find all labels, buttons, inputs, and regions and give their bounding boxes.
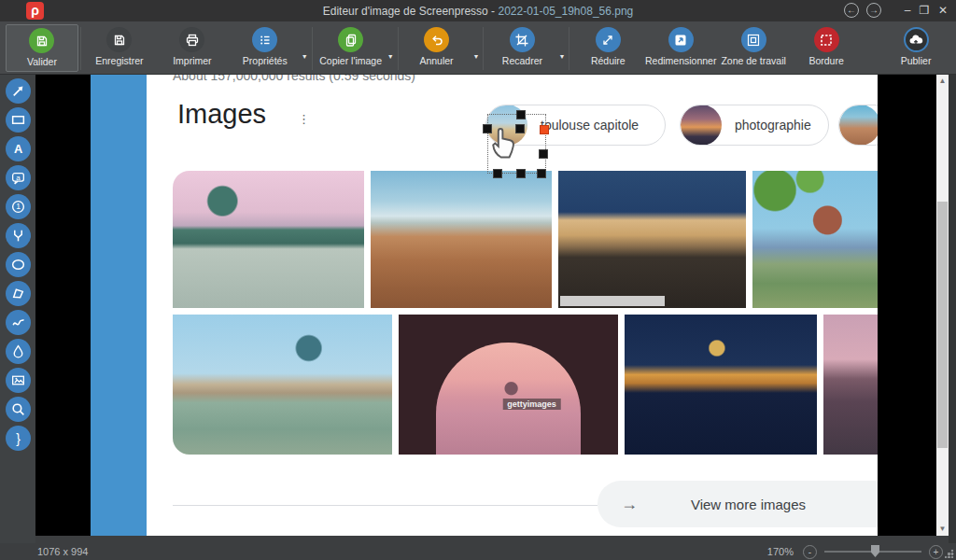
publish-button[interactable]: Publier [879, 24, 952, 66]
drawing-tools-sidebar: A a 1 [0, 75, 35, 543]
border-icon [814, 27, 839, 52]
title-separator: - [488, 5, 499, 18]
validate-button[interactable]: Valider [6, 24, 78, 72]
chip-thumbnail [839, 105, 878, 146]
toolbar-label: Publier [901, 55, 932, 66]
status-bar: 1076 x 994 170% - + [0, 543, 956, 560]
scrollbar-thumb[interactable] [937, 202, 948, 448]
crop-dropdown-icon[interactable]: ▼ [558, 53, 565, 60]
ellipse-tool-icon[interactable] [6, 252, 31, 277]
kebab-menu-icon: ⋮ [298, 112, 310, 126]
toolbar-label: Redimensionner [645, 55, 716, 66]
selection-handle-bottom-right[interactable] [537, 169, 546, 178]
toolbar-label: Propriétés [243, 55, 288, 66]
toolbar-separator [483, 27, 484, 70]
zoom-slider[interactable] [824, 551, 921, 553]
svg-text:a: a [16, 174, 21, 182]
image-tool-icon[interactable] [6, 368, 31, 393]
rectangle-tool-icon[interactable] [6, 107, 31, 133]
selection-handle-right[interactable] [539, 149, 548, 159]
properties-dropdown-icon[interactable]: ▼ [302, 53, 308, 60]
main-toolbar: Valider Enregistrer Imprimer Propriétés … [0, 21, 956, 75]
border-button[interactable]: Bordure [790, 24, 863, 66]
right-arrow-icon: → [621, 495, 638, 514]
shrink-button[interactable]: Réduire [571, 24, 644, 66]
undo-button[interactable]: Annuler [401, 24, 473, 66]
printer-icon [179, 27, 204, 52]
edited-image-black-area-left [35, 75, 91, 536]
view-more-label: View more images [638, 497, 859, 512]
print-button[interactable]: Imprimer [156, 24, 229, 66]
selection-handle-top[interactable] [516, 110, 526, 119]
photo-dusk-dome-partial [823, 315, 878, 455]
photo-caption-box [560, 296, 665, 306]
speech-bubble-tool-icon[interactable]: a [6, 165, 31, 190]
blur-tool-icon[interactable] [6, 339, 31, 364]
photo-pink-bridge-reflection [173, 171, 364, 308]
photo-capitole-night [558, 171, 746, 308]
zoom-out-button[interactable]: - [803, 545, 817, 559]
magnifier-tool-icon[interactable] [6, 397, 31, 422]
window-title: Editeur d'image de Screenpresso - 2022-0… [0, 5, 956, 18]
copy-image-button[interactable]: Copier l'image [315, 24, 387, 66]
title-bar: ρ Editeur d'image de Screenpresso - 2022… [0, 0, 956, 21]
file-name: 2022-01-05_19h08_56.png [498, 5, 633, 18]
copy-image-icon [338, 27, 363, 52]
selection-handle-bottom-left[interactable] [493, 169, 502, 178]
chip-label: photographie [735, 118, 811, 133]
scroll-up-icon[interactable]: ▲ [936, 75, 949, 88]
previous-capture-icon[interactable]: ← [844, 3, 859, 18]
properties-button[interactable]: Propriétés [229, 24, 302, 66]
resize-button[interactable]: Redimensionner [644, 24, 717, 66]
zoom-slider-thumb[interactable] [871, 545, 879, 557]
vertical-scrollbar[interactable]: ▲ ▼ [936, 75, 949, 536]
results-count-text: About 157,000,000 results (0.59 seconds) [173, 75, 415, 83]
next-capture-icon[interactable]: → [866, 3, 881, 18]
svg-text:}: } [16, 431, 21, 446]
undo-dropdown-icon[interactable]: ▼ [473, 53, 480, 60]
minimize-button[interactable]: – [900, 3, 915, 18]
save-as-icon [106, 27, 132, 52]
freehand-tool-icon[interactable] [6, 310, 31, 335]
toolbar-separator [80, 27, 81, 70]
edited-image-blue-strip [91, 75, 147, 536]
photo-day-bridge-dome [173, 315, 392, 455]
scroll-down-icon[interactable]: ▼ [936, 523, 949, 536]
images-heading: Images [177, 99, 266, 130]
screenpresso-logo-icon: ρ [26, 2, 44, 20]
related-chip-partial [838, 105, 878, 146]
text-tool-icon[interactable]: A [6, 136, 31, 161]
zoom-in-button[interactable]: + [929, 545, 943, 559]
arrow-tool-icon[interactable] [6, 78, 31, 104]
photo-dome-leaves [752, 171, 878, 308]
close-button[interactable]: ✕ [935, 3, 950, 18]
highlighter-tool-icon[interactable] [6, 223, 31, 248]
toolbar-separator [398, 27, 399, 70]
undo-icon [424, 27, 449, 52]
crop-button[interactable]: Recadrer [485, 24, 558, 66]
workspace-button[interactable]: Zone de travail [717, 24, 790, 66]
zoom-controls: 170% - + [767, 545, 943, 559]
screenpresso-editor-window: ρ Editeur d'image de Screenpresso - 2022… [0, 0, 956, 560]
selection-handle-active[interactable] [540, 125, 549, 134]
workspace-icon [741, 27, 766, 52]
publish-cloud-icon [904, 27, 929, 52]
toolbar-separator [312, 27, 313, 70]
selection-handle-bottom-center[interactable] [516, 169, 526, 178]
brace-tool-icon[interactable]: } [6, 426, 31, 451]
polygon-tool-icon[interactable] [6, 281, 31, 306]
maximize-button[interactable]: ❐ [917, 3, 932, 18]
shrink-icon [596, 27, 621, 52]
zoom-level: 170% [767, 546, 794, 557]
numbering-tool-icon[interactable]: 1 [6, 194, 31, 219]
chip-label: toulouse capitole [541, 118, 639, 133]
results-divider [173, 505, 598, 506]
workspace-right-edge [949, 75, 956, 543]
view-more-images-button[interactable]: → View more images [598, 481, 878, 527]
copy-dropdown-icon[interactable]: ▼ [387, 53, 394, 60]
toolbar-label: Zone de travail [721, 55, 785, 66]
resize-grip[interactable] [945, 549, 954, 558]
toolbar-label: Enregistrer [95, 55, 143, 66]
save-button[interactable]: Enregistrer [83, 24, 156, 66]
toolbar-label: Valider [27, 56, 57, 67]
